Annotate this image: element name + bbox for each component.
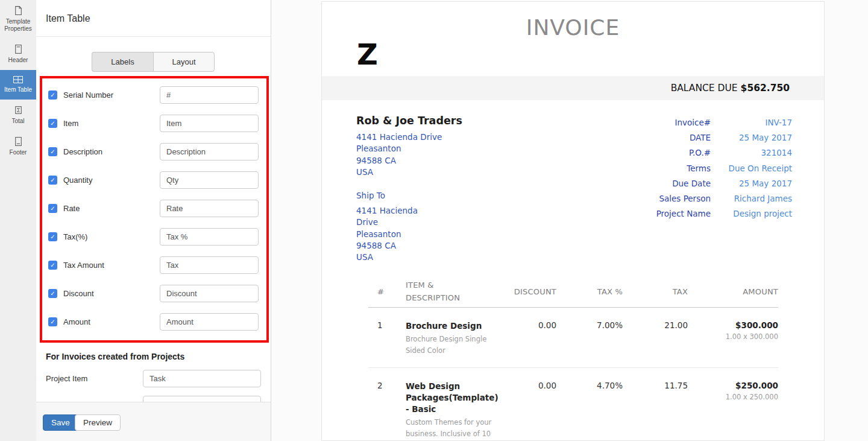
item-name: Brochure Design (406, 320, 496, 332)
discount-checkbox[interactable] (48, 289, 57, 298)
tax-percent-checkbox[interactable] (48, 232, 57, 241)
svg-text:Σ: Σ (16, 107, 20, 113)
row-item-cell: Web Design Packages(Template) - Basic Cu… (406, 381, 509, 440)
item-checkbox[interactable] (48, 119, 57, 128)
panel-title: Item Table (46, 13, 90, 24)
rate-label-input[interactable] (160, 200, 259, 217)
col-header-discount: DISCOUNT (509, 287, 556, 296)
rate-checkbox[interactable] (48, 204, 57, 213)
template-sections-sidebar: Template Properties Header Item Table Σ … (0, 0, 36, 441)
sidebar-item-label: Header (8, 57, 28, 64)
discount-label-input[interactable] (160, 285, 259, 302)
field-label: Item (63, 119, 160, 128)
quantity-label-input[interactable] (160, 171, 259, 189)
row-tax: 11.75 (623, 381, 688, 440)
row-serial: 2 (368, 381, 406, 440)
row-amount-cell: $300.000 1.00 x 300.000 (688, 320, 778, 357)
tax-amount-checkbox[interactable] (48, 261, 57, 270)
address-line: USA (356, 167, 501, 178)
sidebar-item-label: Total (11, 118, 24, 125)
address-line: 94588 CA (356, 155, 501, 167)
sidebar-item-label: Item Table (4, 86, 32, 94)
row-discount: 0.00 (509, 320, 556, 357)
address-line: 4141 Hacienda Drive (356, 132, 501, 143)
meta-label: DATE (626, 133, 711, 142)
sidebar-item-template-properties[interactable]: Template Properties (0, 0, 36, 39)
meta-label: Sales Person (626, 194, 711, 203)
template-properties-icon (13, 5, 24, 16)
tab-labels[interactable]: Labels (92, 52, 153, 72)
field-label: Tax(%) (63, 232, 160, 241)
invoice-paper: INVOICE Z BALANCE DUE $562.750 Rob & Joe… (321, 1, 825, 441)
item-description: Brochure Design Single Sided Color (406, 334, 503, 357)
meta-row-terms: Terms Due On Receipt (626, 160, 792, 176)
meta-value: Due On Receipt (711, 163, 792, 173)
tab-layout[interactable]: Layout (153, 52, 215, 72)
field-label: Description (63, 147, 160, 156)
project-item-input[interactable] (143, 370, 261, 387)
item-label-input[interactable] (160, 115, 259, 132)
amount-checkbox[interactable] (48, 317, 57, 326)
address-line: Pleasanton (356, 229, 501, 240)
field-row-description: Description (48, 138, 259, 166)
serial-number-checkbox[interactable] (48, 90, 57, 100)
meta-row-po-number: P.O.# 321014 (626, 145, 792, 160)
item-name: Web Design Packages(Template) - Basic (406, 381, 496, 415)
projects-section-heading: For Invoices created from Projects (46, 352, 184, 361)
field-row-serial-number: Serial Number (48, 81, 259, 109)
row-discount: 0.00 (509, 381, 556, 440)
meta-label: Terms (626, 163, 711, 173)
meta-label: P.O.# (626, 148, 711, 157)
highlighted-fields-region: Serial Number Item Description Quantity … (40, 76, 269, 343)
field-row-rate: Rate (48, 194, 259, 223)
field-row-tax-amount: Tax Amount (48, 251, 259, 279)
field-row-quantity: Quantity (48, 166, 259, 194)
meta-row-invoice-number: Invoice# INV-17 (626, 115, 792, 130)
invoice-meta: Invoice# INV-17 DATE 25 May 2017 P.O.# 3… (626, 115, 792, 264)
tax-amount-label-input[interactable] (160, 256, 259, 274)
meta-row-due-date: Due Date 25 May 2017 (626, 176, 792, 191)
row-qty-rate: 1.00 x 250.000 (688, 393, 778, 401)
sidebar-item-total[interactable]: Σ Total (0, 100, 36, 131)
preview-button[interactable]: Preview (75, 414, 121, 431)
row-amount-cell: $250.000 1.00 x 250.000 (688, 381, 778, 440)
meta-value: INV-17 (711, 118, 792, 127)
field-label: Quantity (63, 176, 160, 185)
col-header-tax-percent: TAX % (556, 287, 623, 296)
meta-row-sales-person: Sales Person Richard James (626, 191, 792, 206)
balance-due-bar: BALANCE DUE $562.750 (322, 76, 824, 100)
footer-icon (13, 136, 24, 147)
address-line: Drive (356, 217, 501, 228)
meta-value: Design project (711, 209, 792, 218)
field-row-tax-percent: Tax(%) (48, 223, 259, 251)
row-amount: $250.000 (688, 381, 778, 390)
row-tax: 21.00 (623, 320, 688, 357)
sidebar-item-header[interactable]: Header (0, 39, 36, 70)
items-table-header: # ITEM & DESCRIPTION DISCOUNT TAX % TAX … (368, 276, 778, 308)
save-button[interactable]: Save (43, 414, 78, 431)
quantity-checkbox[interactable] (48, 176, 57, 185)
balance-due-text: BALANCE DUE $562.750 (671, 76, 790, 100)
company-logo: Z (357, 40, 378, 68)
field-label: Rate (63, 204, 160, 213)
row-serial: 1 (368, 320, 406, 357)
description-label-input[interactable] (160, 143, 259, 160)
billing-address: 4141 Hacienda Drive Pleasanton 94588 CA … (356, 132, 501, 178)
row-tax-percent: 4.70% (556, 381, 623, 440)
project-item-label: Project Item (46, 374, 87, 383)
row-amount: $300.000 (688, 320, 778, 330)
description-checkbox[interactable] (48, 147, 57, 156)
divider (36, 36, 271, 37)
table-row: 2 Web Design Packages(Template) - Basic … (368, 368, 778, 441)
row-qty-rate: 1.00 x 300.000 (688, 332, 778, 341)
balance-due-label: BALANCE DUE (671, 83, 738, 94)
tax-percent-label-input[interactable] (160, 228, 259, 246)
serial-number-label-input[interactable] (160, 86, 259, 104)
amount-label-input[interactable] (160, 313, 259, 331)
sidebar-item-footer[interactable]: Footer (0, 131, 36, 162)
sidebar-item-item-table[interactable]: Item Table (0, 70, 36, 100)
sidebar-item-label: Template Properties (1, 18, 35, 33)
shipping-address: 4141 Hacienda Drive Pleasanton 94588 CA … (356, 205, 501, 263)
meta-label: Invoice# (626, 118, 711, 127)
header-icon (13, 44, 24, 54)
